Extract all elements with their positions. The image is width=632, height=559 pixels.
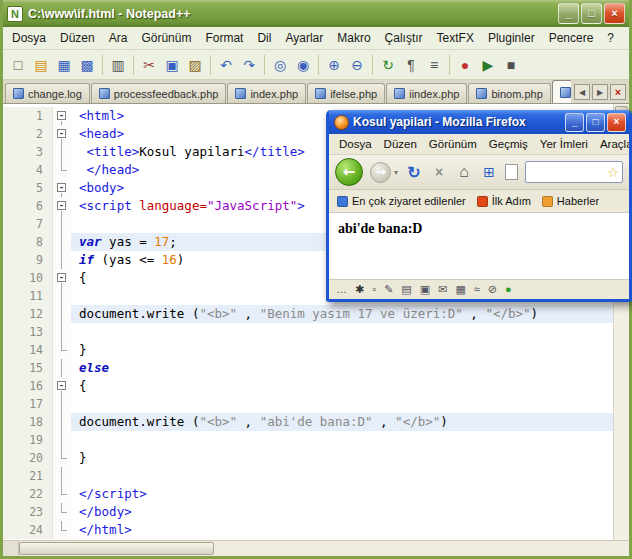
new-file-icon[interactable]: □	[7, 54, 29, 76]
npp-menu-gorunum[interactable]: Görünüm	[134, 28, 198, 48]
npp-menu-dil[interactable]: Dil	[250, 28, 278, 48]
code-line[interactable]	[71, 323, 629, 341]
fold-collapse-icon[interactable]: -	[57, 201, 66, 210]
firefox-menu-gecmis[interactable]: Geçmiş	[483, 136, 534, 152]
tab-binom-php[interactable]: binom.php	[468, 83, 550, 103]
code-line[interactable]: document.write ("<b>" , "Benim yasım 17 …	[71, 305, 629, 323]
firefox-menu-yer-imleri[interactable]: Yer İmleri	[534, 136, 594, 152]
firefox-menu-duzen[interactable]: Düzen	[378, 136, 423, 152]
code-line[interactable]: {	[71, 377, 629, 395]
mail-icon[interactable]: ✉	[438, 284, 447, 295]
npp-menu-textfx[interactable]: TextFX	[430, 28, 481, 48]
copy-icon[interactable]: ▣	[161, 54, 183, 76]
tab-iindex-php[interactable]: iindex.php	[386, 83, 467, 103]
word-wrap-icon[interactable]: ¶	[400, 54, 422, 76]
npp-menu-makro[interactable]: Makro	[330, 28, 377, 48]
record-macro-icon[interactable]: ●	[454, 54, 476, 76]
notepad-titlebar[interactable]: N C:\www\if.html - Notepad++ _ □ ×	[3, 0, 629, 27]
edit-icon[interactable]: ✎	[384, 284, 393, 295]
close-button[interactable]: ×	[604, 3, 625, 24]
undo-icon[interactable]: ↶	[215, 54, 237, 76]
address-bar[interactable]: ☆	[525, 161, 623, 183]
disk-icon[interactable]: ▣	[420, 284, 430, 295]
zoom-out-icon[interactable]: ⊖	[346, 54, 368, 76]
history-dropdown-icon[interactable]: ▾	[394, 168, 398, 177]
horizontal-scrollbar-thumb[interactable]	[19, 542, 214, 555]
npp-menu-dosya[interactable]: Dosya	[5, 28, 53, 48]
forward-button[interactable]: →	[370, 162, 391, 183]
firefox-menu-dosya[interactable]: Dosya	[333, 136, 378, 152]
tab-scroll-left-button[interactable]: ◀	[574, 84, 590, 100]
firefox-minimize-button[interactable]: _	[565, 113, 584, 132]
fold-collapse-icon[interactable]: -	[57, 129, 66, 138]
tab-if-html[interactable]: if.html	[552, 80, 571, 103]
maximize-button[interactable]: □	[581, 3, 602, 24]
overflow-icon[interactable]: …	[336, 284, 347, 295]
horizontal-scrollbar-track[interactable]	[19, 541, 629, 556]
refresh-icon[interactable]: ↻	[405, 162, 423, 182]
paste-icon[interactable]: ▨	[184, 54, 206, 76]
extension-icon[interactable]: ✱	[355, 284, 364, 295]
page-tool-icon[interactable]: ▫	[372, 284, 376, 295]
npp-menu-ayarlar[interactable]: Ayarlar	[278, 28, 330, 48]
npp-menu-duzen[interactable]: Düzen	[53, 28, 102, 48]
tab-scroll-right-button[interactable]: ▶	[592, 84, 608, 100]
npp-menu-?[interactable]: ?	[600, 28, 621, 48]
show-symbols-icon[interactable]: ≡	[423, 54, 445, 76]
zoom-in-icon[interactable]: ⊕	[323, 54, 345, 76]
npp-menu-calistir[interactable]: Çalıştır	[378, 28, 430, 48]
script-icon[interactable]: ≈	[474, 284, 480, 295]
npp-menu-format[interactable]: Format	[198, 28, 250, 48]
firefox-close-button[interactable]: ×	[607, 113, 626, 132]
bookmark-haberler[interactable]: Haberler	[542, 195, 599, 207]
stop-icon[interactable]: ×	[430, 162, 448, 182]
stop-macro-icon[interactable]: ■	[500, 54, 522, 76]
scrollbar-corner-box[interactable]	[3, 541, 19, 556]
open-folder-icon[interactable]: ▤	[30, 54, 52, 76]
sync-icon[interactable]: ↻	[377, 54, 399, 76]
code-line[interactable]: </body>	[71, 503, 629, 521]
npp-menu-pluginler[interactable]: Pluginler	[481, 28, 542, 48]
bookmark-en-cok-ziyaret-edilenler[interactable]: En çok ziyaret edilenler	[337, 195, 466, 207]
code-line[interactable]: document.write ("<b>" , "abi'de bana:D" …	[71, 413, 629, 431]
code-line[interactable]: else	[71, 359, 629, 377]
tab-index-php[interactable]: index.php	[227, 83, 306, 103]
save-all-icon[interactable]: ▩	[76, 54, 98, 76]
tab-ifelse-php[interactable]: ifelse.php	[307, 83, 385, 103]
code-line[interactable]	[71, 431, 629, 449]
panel-icon[interactable]: ▤	[401, 284, 411, 295]
code-line[interactable]: }	[71, 449, 629, 467]
print-icon[interactable]: ▥	[107, 54, 129, 76]
find-icon[interactable]: ◎	[269, 54, 291, 76]
firefox-menu-gorunum[interactable]: Görünüm	[423, 136, 483, 152]
minimize-button[interactable]: _	[558, 3, 579, 24]
close-document-button[interactable]: ×	[610, 84, 626, 100]
fold-collapse-icon[interactable]: -	[57, 381, 66, 390]
tab-processfeedback-php[interactable]: processfeedback.php	[91, 83, 227, 103]
code-line[interactable]: </html>	[71, 521, 629, 539]
code-line[interactable]	[71, 467, 629, 485]
fold-collapse-icon[interactable]: -	[57, 273, 66, 282]
tab-change-log[interactable]: change.log	[5, 83, 90, 103]
bookmark-star-icon[interactable]: ☆	[607, 165, 619, 180]
back-button[interactable]: ←	[335, 158, 363, 186]
image-tool-icon[interactable]: ▦	[455, 284, 465, 295]
code-line[interactable]: </script>	[71, 485, 629, 503]
save-icon[interactable]: ▦	[53, 54, 75, 76]
firefox-titlebar[interactable]: Kosul yapilari - Mozilla Firefox _ □ ×	[329, 110, 629, 134]
horizontal-scrollbar[interactable]	[3, 540, 629, 556]
fold-collapse-icon[interactable]: -	[57, 183, 66, 192]
code-line[interactable]: }	[71, 341, 629, 359]
replace-icon[interactable]: ◉	[292, 54, 314, 76]
npp-menu-ara[interactable]: Ara	[102, 28, 135, 48]
play-macro-icon[interactable]: ▶	[477, 54, 499, 76]
bookmarks-grid-icon[interactable]: ⊞	[480, 162, 498, 182]
status-ok-icon[interactable]: ●	[505, 284, 512, 295]
fold-collapse-icon[interactable]: -	[57, 111, 66, 120]
redo-icon[interactable]: ↷	[238, 54, 260, 76]
cut-icon[interactable]: ✂	[138, 54, 160, 76]
block-icon[interactable]: ⊘	[488, 284, 497, 295]
code-line[interactable]	[71, 395, 629, 413]
home-icon[interactable]: ⌂	[455, 162, 473, 182]
npp-menu-pencere[interactable]: Pencere	[542, 28, 601, 48]
